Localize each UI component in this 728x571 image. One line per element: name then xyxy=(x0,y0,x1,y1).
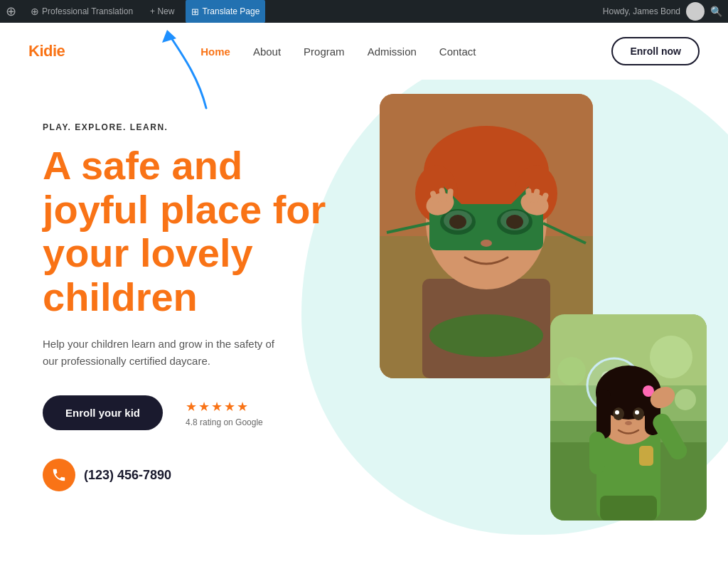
svg-rect-54 xyxy=(600,496,657,521)
svg-point-15 xyxy=(506,215,523,229)
wp-icon[interactable]: ⊕ xyxy=(6,4,16,19)
svg-point-33 xyxy=(650,336,692,378)
admin-new-button[interactable]: + New xyxy=(144,0,180,23)
admin-bar: ⊕ ⊕ Professional Translation + New ⊞ Tra… xyxy=(0,0,728,23)
svg-point-47 xyxy=(615,410,619,415)
svg-point-20 xyxy=(481,240,492,247)
svg-point-29 xyxy=(429,314,543,357)
hero-content: PLAY. EXPLORE. LEARN. A safe and joyful … xyxy=(43,108,370,491)
svg-point-34 xyxy=(557,357,586,385)
hero-image-secondary xyxy=(550,314,707,521)
site-header: Kidie Home About Program Admission Conta… xyxy=(0,23,728,80)
rating-block: ★★★★★ 4.8 rating on Google xyxy=(186,399,263,427)
svg-rect-42 xyxy=(596,389,611,439)
phone-icon[interactable] xyxy=(43,459,75,491)
svg-point-35 xyxy=(675,389,696,410)
avatar xyxy=(686,2,705,21)
nav-about[interactable]: About xyxy=(253,43,281,60)
admin-translate-page[interactable]: ⊞ Translate Page xyxy=(186,0,265,23)
svg-point-49 xyxy=(625,421,632,425)
translate-icon: ⊞ xyxy=(191,6,199,17)
phone-number: (123) 456-7890 xyxy=(84,468,171,483)
hero-section: PLAY. EXPLORE. LEARN. A safe and joyful … xyxy=(0,80,728,570)
svg-rect-53 xyxy=(639,446,653,466)
svg-point-48 xyxy=(635,410,639,415)
hero-actions: Enroll your kid ★★★★★ 4.8 rating on Goog… xyxy=(43,395,370,430)
site-logo: Kidie xyxy=(28,42,65,60)
rating-text: 4.8 rating on Google xyxy=(186,417,263,427)
nav-contact[interactable]: Contact xyxy=(439,43,476,60)
admin-bar-right: Howdy, James Bond 🔍 xyxy=(603,2,722,21)
enroll-now-button[interactable]: Enroll now xyxy=(611,37,700,65)
nav-home[interactable]: Home xyxy=(200,43,230,60)
enroll-kid-button[interactable]: Enroll your kid xyxy=(43,395,163,430)
star-rating: ★★★★★ xyxy=(186,399,263,415)
hero-images xyxy=(351,94,707,535)
hero-tagline: PLAY. EXPLORE. LEARN. xyxy=(43,122,370,132)
hero-description: Help your children learn and grow in the… xyxy=(43,336,284,370)
svg-rect-52 xyxy=(589,432,605,474)
admin-site-name[interactable]: ⊕ Professional Translation xyxy=(25,0,139,23)
hero-phone: (123) 456-7890 xyxy=(43,459,370,491)
admin-search-icon[interactable]: 🔍 xyxy=(710,6,722,17)
hero-title: A safe and joyful place for your lovely … xyxy=(43,144,370,319)
svg-point-14 xyxy=(449,215,466,229)
nav-program[interactable]: Program xyxy=(304,43,345,60)
admin-bar-left: ⊕ ⊕ Professional Translation + New ⊞ Tra… xyxy=(6,0,600,23)
nav-admission[interactable]: Admission xyxy=(368,43,417,60)
site-nav: Home About Program Admission Contact xyxy=(65,43,611,60)
